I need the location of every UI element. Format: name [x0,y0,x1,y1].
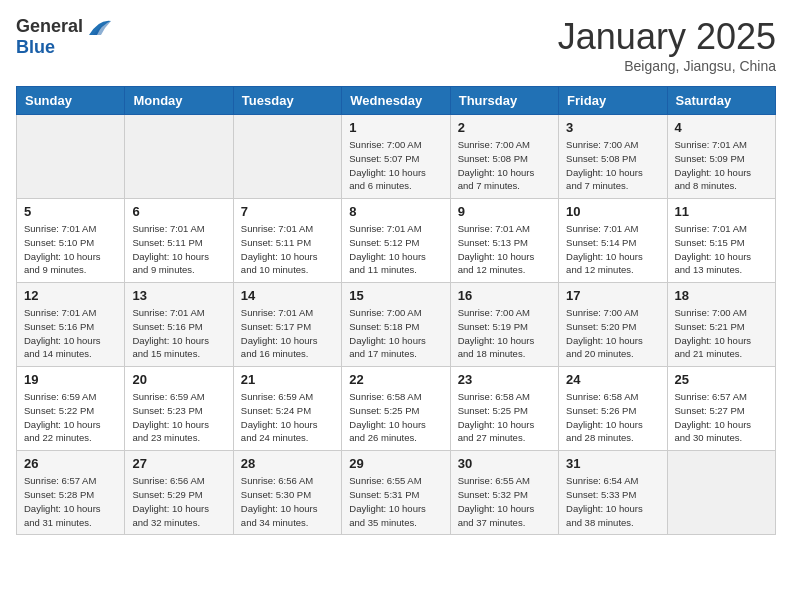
calendar-table: Sunday Monday Tuesday Wednesday Thursday… [16,86,776,535]
day-number: 23 [458,372,551,387]
calendar-week-row: 5Sunrise: 7:01 AM Sunset: 5:10 PM Daylig… [17,199,776,283]
table-row: 3Sunrise: 7:00 AM Sunset: 5:08 PM Daylig… [559,115,667,199]
day-info: Sunrise: 7:00 AM Sunset: 5:19 PM Dayligh… [458,306,551,361]
day-info: Sunrise: 6:58 AM Sunset: 5:26 PM Dayligh… [566,390,659,445]
header-sunday: Sunday [17,87,125,115]
day-info: Sunrise: 7:00 AM Sunset: 5:08 PM Dayligh… [458,138,551,193]
logo-blue-text: Blue [16,37,55,58]
day-number: 18 [675,288,768,303]
day-number: 31 [566,456,659,471]
table-row: 14Sunrise: 7:01 AM Sunset: 5:17 PM Dayli… [233,283,341,367]
table-row: 8Sunrise: 7:01 AM Sunset: 5:12 PM Daylig… [342,199,450,283]
day-number: 3 [566,120,659,135]
day-number: 25 [675,372,768,387]
logo: General Blue [16,16,113,58]
day-info: Sunrise: 6:57 AM Sunset: 5:28 PM Dayligh… [24,474,117,529]
day-number: 28 [241,456,334,471]
table-row [233,115,341,199]
day-number: 20 [132,372,225,387]
day-number: 22 [349,372,442,387]
day-info: Sunrise: 7:01 AM Sunset: 5:10 PM Dayligh… [24,222,117,277]
day-info: Sunrise: 6:55 AM Sunset: 5:31 PM Dayligh… [349,474,442,529]
day-number: 2 [458,120,551,135]
table-row [17,115,125,199]
table-row: 5Sunrise: 7:01 AM Sunset: 5:10 PM Daylig… [17,199,125,283]
day-info: Sunrise: 7:00 AM Sunset: 5:21 PM Dayligh… [675,306,768,361]
day-info: Sunrise: 6:56 AM Sunset: 5:29 PM Dayligh… [132,474,225,529]
calendar-week-row: 1Sunrise: 7:00 AM Sunset: 5:07 PM Daylig… [17,115,776,199]
day-number: 27 [132,456,225,471]
table-row: 21Sunrise: 6:59 AM Sunset: 5:24 PM Dayli… [233,367,341,451]
day-number: 26 [24,456,117,471]
day-number: 10 [566,204,659,219]
calendar-header-row: Sunday Monday Tuesday Wednesday Thursday… [17,87,776,115]
day-info: Sunrise: 7:01 AM Sunset: 5:14 PM Dayligh… [566,222,659,277]
header-monday: Monday [125,87,233,115]
day-info: Sunrise: 7:01 AM Sunset: 5:11 PM Dayligh… [241,222,334,277]
day-info: Sunrise: 7:00 AM Sunset: 5:20 PM Dayligh… [566,306,659,361]
day-number: 6 [132,204,225,219]
table-row: 19Sunrise: 6:59 AM Sunset: 5:22 PM Dayli… [17,367,125,451]
day-info: Sunrise: 6:59 AM Sunset: 5:23 PM Dayligh… [132,390,225,445]
day-info: Sunrise: 6:59 AM Sunset: 5:22 PM Dayligh… [24,390,117,445]
day-number: 5 [24,204,117,219]
day-info: Sunrise: 6:59 AM Sunset: 5:24 PM Dayligh… [241,390,334,445]
day-number: 14 [241,288,334,303]
table-row: 6Sunrise: 7:01 AM Sunset: 5:11 PM Daylig… [125,199,233,283]
day-number: 16 [458,288,551,303]
day-info: Sunrise: 6:56 AM Sunset: 5:30 PM Dayligh… [241,474,334,529]
day-info: Sunrise: 7:00 AM Sunset: 5:08 PM Dayligh… [566,138,659,193]
table-row: 18Sunrise: 7:00 AM Sunset: 5:21 PM Dayli… [667,283,775,367]
day-info: Sunrise: 7:01 AM Sunset: 5:12 PM Dayligh… [349,222,442,277]
day-info: Sunrise: 7:01 AM Sunset: 5:11 PM Dayligh… [132,222,225,277]
table-row [667,451,775,535]
page-header: General Blue January 2025 Beigang, Jiang… [16,16,776,74]
day-number: 12 [24,288,117,303]
day-info: Sunrise: 7:00 AM Sunset: 5:18 PM Dayligh… [349,306,442,361]
table-row: 4Sunrise: 7:01 AM Sunset: 5:09 PM Daylig… [667,115,775,199]
day-info: Sunrise: 7:01 AM Sunset: 5:13 PM Dayligh… [458,222,551,277]
table-row: 25Sunrise: 6:57 AM Sunset: 5:27 PM Dayli… [667,367,775,451]
table-row: 28Sunrise: 6:56 AM Sunset: 5:30 PM Dayli… [233,451,341,535]
header-saturday: Saturday [667,87,775,115]
day-info: Sunrise: 7:01 AM Sunset: 5:16 PM Dayligh… [132,306,225,361]
day-info: Sunrise: 7:01 AM Sunset: 5:16 PM Dayligh… [24,306,117,361]
day-info: Sunrise: 6:58 AM Sunset: 5:25 PM Dayligh… [349,390,442,445]
logo-general-text: General [16,16,83,37]
day-info: Sunrise: 6:55 AM Sunset: 5:32 PM Dayligh… [458,474,551,529]
day-number: 30 [458,456,551,471]
calendar-week-row: 12Sunrise: 7:01 AM Sunset: 5:16 PM Dayli… [17,283,776,367]
day-number: 1 [349,120,442,135]
table-row: 16Sunrise: 7:00 AM Sunset: 5:19 PM Dayli… [450,283,558,367]
logo-wing-icon [85,17,113,37]
table-row: 22Sunrise: 6:58 AM Sunset: 5:25 PM Dayli… [342,367,450,451]
table-row: 10Sunrise: 7:01 AM Sunset: 5:14 PM Dayli… [559,199,667,283]
table-row: 7Sunrise: 7:01 AM Sunset: 5:11 PM Daylig… [233,199,341,283]
day-number: 9 [458,204,551,219]
day-number: 19 [24,372,117,387]
table-row: 1Sunrise: 7:00 AM Sunset: 5:07 PM Daylig… [342,115,450,199]
table-row: 27Sunrise: 6:56 AM Sunset: 5:29 PM Dayli… [125,451,233,535]
table-row: 15Sunrise: 7:00 AM Sunset: 5:18 PM Dayli… [342,283,450,367]
location-subtitle: Beigang, Jiangsu, China [558,58,776,74]
day-number: 4 [675,120,768,135]
table-row: 23Sunrise: 6:58 AM Sunset: 5:25 PM Dayli… [450,367,558,451]
table-row: 26Sunrise: 6:57 AM Sunset: 5:28 PM Dayli… [17,451,125,535]
table-row: 29Sunrise: 6:55 AM Sunset: 5:31 PM Dayli… [342,451,450,535]
title-block: January 2025 Beigang, Jiangsu, China [558,16,776,74]
day-info: Sunrise: 6:58 AM Sunset: 5:25 PM Dayligh… [458,390,551,445]
calendar-week-row: 26Sunrise: 6:57 AM Sunset: 5:28 PM Dayli… [17,451,776,535]
day-info: Sunrise: 7:01 AM Sunset: 5:09 PM Dayligh… [675,138,768,193]
table-row: 30Sunrise: 6:55 AM Sunset: 5:32 PM Dayli… [450,451,558,535]
table-row: 12Sunrise: 7:01 AM Sunset: 5:16 PM Dayli… [17,283,125,367]
day-number: 24 [566,372,659,387]
table-row: 20Sunrise: 6:59 AM Sunset: 5:23 PM Dayli… [125,367,233,451]
day-number: 8 [349,204,442,219]
day-info: Sunrise: 6:57 AM Sunset: 5:27 PM Dayligh… [675,390,768,445]
header-thursday: Thursday [450,87,558,115]
table-row: 13Sunrise: 7:01 AM Sunset: 5:16 PM Dayli… [125,283,233,367]
header-tuesday: Tuesday [233,87,341,115]
day-number: 13 [132,288,225,303]
table-row: 31Sunrise: 6:54 AM Sunset: 5:33 PM Dayli… [559,451,667,535]
day-number: 21 [241,372,334,387]
